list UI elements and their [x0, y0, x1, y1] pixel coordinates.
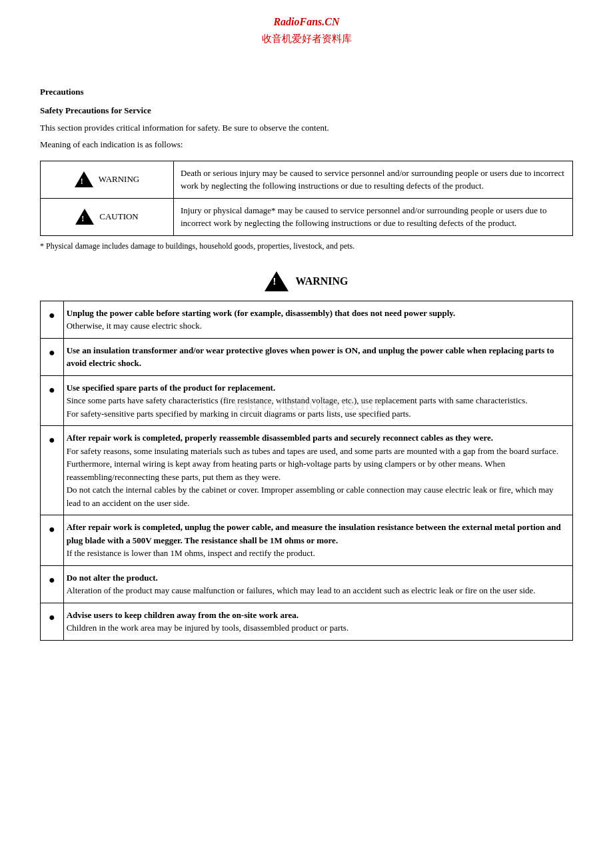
warning-triangle-icon: [75, 171, 93, 187]
content-6: Do not alter the product. Alteration of …: [63, 565, 572, 603]
bullet-5: ●: [41, 515, 64, 566]
normal-3: Since some parts have safety characteris…: [67, 395, 528, 419]
bold-6: Do not alter the product.: [67, 573, 158, 583]
normal-1: Otherwise, it may cause electric shock.: [67, 321, 202, 331]
site-subtitle: 收音机爱好者资料库: [40, 31, 573, 47]
warning-section: ! WARNING ● Unplug the power cable befor…: [40, 271, 573, 641]
caution-label-text: CAUTION: [99, 210, 139, 223]
warning-item-3: ● Use specified spare parts of the produ…: [41, 375, 573, 426]
caution-row: CAUTION Injury or physical damage* may b…: [41, 198, 573, 235]
normal-6: Alteration of the product may cause malf…: [67, 585, 536, 595]
bold-1: Unplug the power cable before starting w…: [67, 308, 456, 318]
content-2: Use an insulation transformer and/or wea…: [63, 338, 572, 375]
precautions-section: Precautions Safety Precautions for Servi…: [40, 87, 573, 251]
footnote: * Physical damage includes damage to bui…: [40, 241, 573, 251]
content-3: Use specified spare parts of the product…: [63, 375, 572, 426]
bullet-6: ●: [41, 565, 64, 603]
caution-label-cell: CAUTION: [41, 198, 174, 235]
warning-item-7: ● Advise users to keep children away fro…: [41, 603, 573, 640]
warning-exclamation: !: [273, 277, 276, 287]
content-4: After repair work is completed, properly…: [63, 426, 572, 515]
intro-text-1: This section provides critical informati…: [40, 121, 573, 135]
warning-description: Death or serious injury may be caused to…: [174, 161, 573, 198]
warning-item-5: ● After repair work is completed, unplug…: [41, 515, 573, 566]
bullet-3: ●: [41, 375, 64, 426]
bullet-4: ●: [41, 426, 64, 515]
site-title: RadioFans.CN: [40, 13, 573, 31]
warning-item-4: ● After repair work is completed, proper…: [41, 426, 573, 515]
warning-label-text: WARNING: [99, 173, 139, 186]
bold-4: After repair work is completed, properly…: [67, 433, 493, 443]
bold-7: Advise users to keep children away from …: [67, 610, 299, 620]
content-1: Unplug the power cable before starting w…: [63, 301, 572, 338]
warning-item-2: ● Use an insulation transformer and/or w…: [41, 338, 573, 375]
warning-item-6: ● Do not alter the product. Alteration o…: [41, 565, 573, 603]
content-7: Advise users to keep children away from …: [63, 603, 572, 640]
caution-description: Injury or physical damage* may be caused…: [174, 198, 573, 235]
warning-heading: ! WARNING: [40, 271, 573, 291]
warning-section-icon: !: [265, 271, 289, 291]
intro-text-2: Meaning of each indication is as follows…: [40, 138, 573, 151]
content-5: After repair work is completed, unplug t…: [63, 515, 572, 566]
warning-row: WARNING Death or serious injury may be c…: [41, 161, 573, 198]
normal-5: If the resistance is lower than 1M ohms,…: [67, 548, 315, 558]
bold-3: Use specified spare parts of the product…: [67, 383, 276, 393]
page-header: RadioFans.CN 收音机爱好者资料库: [40, 13, 573, 47]
bold-5: After repair work is completed, unplug t…: [67, 522, 561, 545]
caution-triangle-icon: [75, 209, 94, 225]
normal-7: Children in the work area may be injured…: [67, 623, 348, 633]
warning-item-1: ● Unplug the power cable before starting…: [41, 301, 573, 338]
bullet-1: ●: [41, 301, 64, 338]
precautions-title: Precautions: [40, 87, 573, 97]
warning-items-table: ● Unplug the power cable before starting…: [40, 301, 573, 641]
bullet-7: ●: [41, 603, 64, 640]
bullet-2: ●: [41, 338, 64, 375]
bold-2: Use an insulation transformer and/or wea…: [67, 345, 554, 369]
warning-section-title: WARNING: [295, 275, 348, 287]
definition-table: WARNING Death or serious injury may be c…: [40, 161, 573, 236]
safety-precautions-title: Safety Precautions for Service: [40, 105, 573, 116]
warning-label-cell: WARNING: [41, 161, 174, 198]
normal-4: For safety reasons, some insulating mate…: [67, 446, 558, 508]
